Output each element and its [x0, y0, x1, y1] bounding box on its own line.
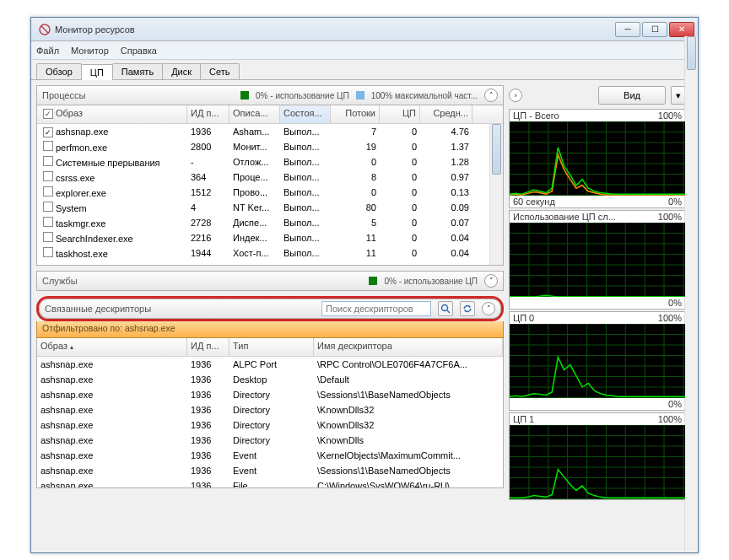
svg-rect-3 — [356, 91, 364, 100]
table-row[interactable]: ashsnap.exe 1936 Directory \KnownDlls — [37, 433, 503, 448]
tab-overview[interactable]: Обзор — [36, 63, 82, 79]
row-checkbox[interactable] — [43, 171, 53, 181]
chart-title: Использование ЦП сл... — [513, 212, 616, 222]
tab-cpu[interactable]: ЦП — [81, 64, 113, 80]
col-image[interactable]: Образ — [56, 108, 83, 118]
svg-rect-2 — [240, 91, 249, 100]
minimize-button[interactable]: ─ — [615, 22, 640, 37]
app-window: Монитор ресурсов ─ ☐ ✕ Файл Монитор Спра… — [30, 17, 699, 553]
row-checkbox[interactable] — [43, 217, 53, 227]
menu-file[interactable]: Файл — [36, 46, 59, 56]
hcol-pid[interactable]: ИД п... — [187, 338, 230, 356]
processes-table: ✓Образ ИД п... Описа... Состоя... Потоки… — [36, 105, 504, 266]
table-row[interactable]: taskhost.exe 1944 Хост-п... Выпол... 11 … — [37, 245, 503, 261]
table-row[interactable]: ashsnap.exe 1936 Directory \KnownDlls32 — [37, 402, 503, 417]
chart-title: ЦП - Всего — [513, 110, 559, 121]
chart-footer-left: 60 секунд — [513, 197, 555, 207]
table-row[interactable]: System 4 NT Ker... Выпол... 80 0 0.09 — [37, 200, 503, 215]
maxfreq-label: 100% максимальной част... — [371, 91, 478, 100]
table-row[interactable]: ashsnap.exe 1936 Directory \Sessions\1\B… — [37, 387, 503, 402]
row-checkbox[interactable]: ✓ — [43, 127, 53, 137]
row-checkbox[interactable] — [43, 156, 53, 166]
svg-line-6 — [447, 310, 450, 313]
chart-box: Использование ЦП сл...100% 0% — [509, 210, 686, 310]
table-row[interactable]: ashsnap.exe 1936 Event \Sessions\1\BaseN… — [37, 463, 503, 478]
svg-rect-4 — [369, 277, 377, 285]
row-checkbox[interactable] — [43, 247, 53, 257]
chart-footer-right: 0% — [668, 298, 682, 308]
services-expand-button[interactable]: ˅ — [484, 274, 498, 288]
tab-network[interactable]: Сеть — [200, 63, 239, 79]
chart-max: 100% — [658, 313, 682, 323]
processes-header[interactable]: Процессы 0% - использование ЦП 100% макс… — [36, 85, 504, 105]
handles-filter-bar: Отфильтровано по: ashsnap.exe — [36, 321, 504, 338]
chart-max: 100% — [658, 110, 682, 121]
tab-memory[interactable]: Память — [112, 63, 163, 79]
table-row[interactable]: ✓ashsnap.exe 1936 Asham... Выпол... 7 0 … — [37, 124, 503, 139]
processes-collapse-button[interactable]: ˄ — [484, 89, 498, 102]
select-all-checkbox[interactable]: ✓ — [43, 109, 53, 119]
col-pid[interactable]: ИД п... — [187, 105, 230, 123]
handles-table: Образ ▴ ИД п... Тип Имя дескриптора ashs… — [36, 338, 504, 488]
table-row[interactable]: explorer.exe 1512 Прово... Выпол... 0 0 … — [37, 185, 503, 200]
chart-box: ЦП 1100% — [509, 412, 686, 500]
chart-footer-right: 0% — [668, 399, 682, 409]
svg-line-1 — [41, 26, 48, 33]
services-title: Службы — [42, 276, 78, 286]
app-icon — [38, 23, 51, 36]
charts-collapse-button[interactable]: › — [509, 89, 522, 102]
close-button[interactable]: ✕ — [669, 22, 694, 37]
table-row[interactable]: SearchIndexer.exe 2216 Индек... Выпол...… — [37, 230, 503, 245]
services-header[interactable]: Службы 0% - использование ЦП ˅ — [36, 271, 504, 291]
cpu-meter-icon — [240, 91, 249, 100]
menu-help[interactable]: Справка — [121, 46, 157, 56]
row-checkbox[interactable] — [43, 186, 53, 197]
handles-collapse-button[interactable]: ˄ — [482, 302, 495, 315]
chart-box: ЦП 0100% 0% — [509, 311, 686, 411]
table-row[interactable]: taskmgr.exe 2728 Диспе... Выпол... 5 0 0… — [37, 215, 503, 230]
row-checkbox[interactable] — [43, 232, 53, 242]
menubar: Файл Монитор Справка — [31, 41, 698, 60]
chart-box: ЦП - Всего100% 60 секунд0% — [509, 109, 686, 208]
search-icon[interactable] — [438, 301, 453, 316]
table-row[interactable]: csrss.exe 364 Проце... Выпол... 8 0 0.97 — [37, 170, 503, 185]
chart-title: ЦП 0 — [513, 313, 534, 323]
handles-title: Связанные дескрипторы — [45, 304, 151, 314]
svg-point-5 — [442, 305, 448, 311]
view-button[interactable]: Вид — [598, 86, 666, 105]
tabbar: Обзор ЦП Память Диск Сеть — [31, 60, 698, 80]
table-row[interactable]: ashsnap.exe 1936 File C:\Windows\SysWOW6… — [37, 478, 503, 488]
freq-meter-icon — [356, 91, 364, 100]
hcol-type[interactable]: Тип — [230, 338, 314, 356]
window-title: Монитор ресурсов — [55, 24, 615, 35]
chart-title: ЦП 1 — [513, 414, 534, 424]
table-row[interactable]: ashsnap.exe 1936 Event \KernelObjects\Ma… — [37, 448, 503, 463]
tab-disk[interactable]: Диск — [162, 63, 201, 79]
menu-monitor[interactable]: Монитор — [71, 46, 109, 56]
col-status[interactable]: Состоя... — [280, 105, 331, 123]
processes-scrollbar[interactable] — [489, 124, 503, 265]
hcol-name[interactable]: Имя дескриптора — [314, 338, 503, 356]
col-cpu[interactable]: ЦП — [380, 105, 420, 123]
col-threads[interactable]: Потоки — [331, 105, 380, 123]
row-checkbox[interactable] — [43, 202, 53, 212]
chart-max: 100% — [658, 212, 682, 222]
col-avg[interactable]: Средн... — [420, 105, 472, 123]
col-desc[interactable]: Описа... — [230, 105, 280, 123]
processes-title: Процессы — [42, 90, 85, 100]
table-row[interactable]: ashsnap.exe 1936 ALPC Port \RPC Control\… — [37, 357, 503, 372]
handles-panel-highlight: Связанные дескрипторы ˄ — [36, 296, 504, 321]
table-row[interactable]: Системные прерывания - Отлож... Выпол...… — [37, 154, 503, 170]
cpu-usage-label: 0% - использование ЦП — [256, 91, 349, 100]
services-usage-label: 0% - использование ЦП — [384, 277, 478, 286]
hcol-image[interactable]: Образ ▴ — [37, 338, 187, 356]
table-row[interactable]: ashsnap.exe 1936 Desktop \Default — [37, 372, 503, 387]
table-row[interactable]: ashsnap.exe 1936 Directory \KnownDlls32 — [37, 417, 503, 433]
table-row[interactable]: perfmon.exe 2800 Монит... Выпол... 19 0 … — [37, 139, 503, 154]
maximize-button[interactable]: ☐ — [642, 22, 667, 37]
row-checkbox[interactable] — [43, 141, 53, 151]
chart-max: 100% — [658, 414, 682, 424]
handles-search-input[interactable] — [321, 301, 431, 316]
handles-header[interactable]: Связанные дескрипторы ˄ — [39, 299, 501, 319]
refresh-icon[interactable] — [460, 301, 475, 316]
